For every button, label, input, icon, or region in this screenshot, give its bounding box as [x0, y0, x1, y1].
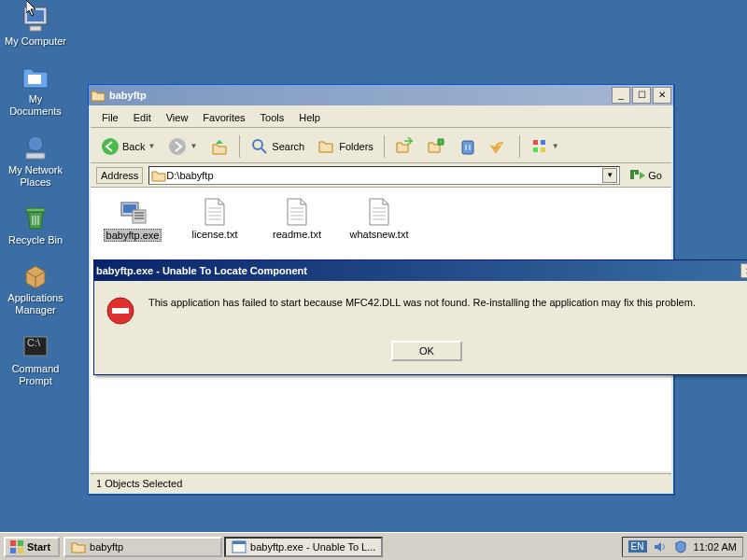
folders-icon: [317, 137, 336, 156]
address-label: Address: [96, 167, 143, 184]
folders-button[interactable]: Folders: [313, 134, 378, 159]
explorer-statusbar: 1 Objects Selected: [91, 473, 671, 492]
svg-rect-5: [26, 153, 45, 159]
toolbar-separator: [384, 135, 385, 158]
up-folder-icon: [210, 137, 229, 156]
toolbar-separator: [239, 135, 240, 158]
status-text: 1 Objects Selected: [96, 478, 182, 489]
menu-help[interactable]: Help: [291, 110, 328, 125]
desktop-icons: My Computer My Documents My Network Plac…: [4, 4, 67, 387]
menu-favorites[interactable]: Favorites: [195, 110, 252, 125]
file-item[interactable]: babyftp.exe: [100, 197, 165, 242]
address-input[interactable]: [166, 170, 602, 181]
desktop-icon-my-computer[interactable]: My Computer: [4, 4, 67, 48]
folder-icon: [151, 168, 166, 183]
explorer-menubar: File Edit View Favorites Tools Help: [91, 107, 671, 128]
file-item[interactable]: readme.txt: [264, 197, 330, 240]
folder-icon: [91, 88, 106, 103]
text-file-icon: [364, 197, 394, 227]
menu-view[interactable]: View: [159, 110, 196, 125]
svg-rect-17: [541, 140, 545, 145]
dialog-message: This application has failed to start bec…: [148, 296, 696, 309]
svg-rect-41: [18, 540, 23, 546]
desktop-icon-label: My Network Places: [4, 164, 67, 189]
views-icon: [530, 137, 549, 156]
desktop-icon-command-prompt[interactable]: C:\ Command Prompt: [4, 331, 67, 387]
address-field[interactable]: ▼: [148, 166, 620, 185]
views-button[interactable]: ▼: [526, 134, 564, 159]
file-item[interactable]: whatsnew.txt: [346, 197, 412, 240]
address-dropdown-icon[interactable]: ▼: [602, 168, 617, 183]
back-arrow-icon: [101, 137, 120, 156]
svg-rect-16: [533, 140, 538, 145]
desktop-icon-label: Applications Manager: [4, 292, 67, 316]
undo-button[interactable]: [486, 134, 514, 159]
go-button[interactable]: Go: [626, 165, 666, 186]
dialog-buttons: OK: [94, 341, 747, 374]
desktop-icon-my-documents[interactable]: My Documents: [4, 62, 67, 118]
terminal-icon: C:\: [21, 331, 50, 361]
search-button[interactable]: Search: [246, 134, 309, 159]
up-button[interactable]: [205, 134, 233, 159]
menu-edit[interactable]: Edit: [126, 110, 159, 125]
copy-to-button[interactable]: [422, 134, 450, 159]
ok-button[interactable]: OK: [391, 341, 462, 361]
file-label: readme.txt: [271, 229, 323, 240]
box-icon: [21, 260, 50, 290]
taskbar-task-button[interactable]: babyftp.exe - Unable To L...: [224, 537, 383, 557]
clock[interactable]: 11:02 AM: [694, 541, 737, 553]
dropdown-icon: ▼: [190, 142, 197, 150]
task-icon: [232, 539, 247, 554]
language-indicator[interactable]: EN: [628, 540, 647, 553]
dropdown-icon: ▼: [552, 142, 559, 150]
minimize-button[interactable]: _: [612, 87, 630, 104]
start-button[interactable]: Start: [4, 537, 60, 557]
search-icon: [250, 137, 269, 156]
volume-icon[interactable]: [653, 539, 668, 554]
svg-line-12: [261, 148, 266, 153]
dialog-titlebar[interactable]: babyftp.exe - Unable To Locate Component…: [94, 260, 747, 281]
explorer-title: babyftp: [109, 90, 612, 101]
tray-shield-icon[interactable]: [673, 539, 688, 554]
recycle-bin-icon: [21, 203, 50, 232]
task-label: babyftp: [90, 541, 123, 553]
svg-point-4: [28, 136, 43, 151]
desktop-icon-label: Recycle Bin: [8, 234, 63, 246]
maximize-button[interactable]: ☐: [632, 87, 651, 104]
dialog-close-button[interactable]: ✕: [740, 263, 747, 278]
file-label: babyftp.exe: [104, 229, 162, 242]
file-label: whatsnew.txt: [348, 229, 411, 240]
file-item[interactable]: license.txt: [182, 197, 247, 240]
dialog-title: babyftp.exe - Unable To Locate Component: [96, 265, 740, 276]
svg-rect-2: [30, 26, 41, 31]
desktop-icon-applications-manager[interactable]: Applications Manager: [4, 260, 67, 316]
close-button[interactable]: ✕: [653, 87, 671, 104]
text-file-icon: [282, 197, 312, 227]
desktop-icon-label: My Computer: [5, 35, 66, 48]
undo-icon: [490, 137, 509, 156]
address-bar: Address ▼ Go: [91, 163, 671, 188]
desktop-icon-recycle-bin[interactable]: Recycle Bin: [4, 203, 67, 246]
forward-button[interactable]: ▼: [163, 134, 202, 159]
svg-rect-18: [533, 147, 538, 152]
svg-text:C:\: C:\: [27, 337, 41, 348]
delete-button[interactable]: [454, 134, 482, 159]
taskbar: Start babyftpbabyftp.exe - Unable To L..…: [0, 532, 747, 560]
exe-file-icon: [118, 197, 148, 227]
taskbar-buttons: babyftpbabyftp.exe - Unable To L...: [63, 537, 383, 557]
menu-tools[interactable]: Tools: [253, 110, 292, 125]
back-button[interactable]: Back ▼: [96, 134, 160, 159]
text-file-icon: [200, 197, 230, 227]
desktop-icon-network-places[interactable]: My Network Places: [4, 133, 67, 189]
error-dialog: babyftp.exe - Unable To Locate Component…: [93, 259, 747, 375]
go-icon: [629, 167, 646, 184]
menu-file[interactable]: File: [94, 110, 126, 125]
desktop-icon-label: Command Prompt: [4, 363, 67, 387]
taskbar-task-button[interactable]: babyftp: [63, 537, 222, 557]
delete-icon: [458, 137, 477, 156]
task-icon: [71, 539, 86, 554]
svg-rect-43: [18, 548, 23, 553]
move-to-button[interactable]: [390, 134, 418, 159]
network-icon: [21, 133, 50, 162]
explorer-titlebar[interactable]: babyftp _ ☐ ✕: [89, 85, 673, 105]
